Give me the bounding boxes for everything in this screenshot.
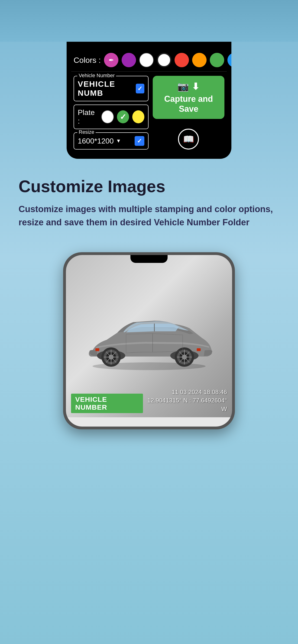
- timestamp-info: 11 03 2024 18:08:46 12.9041315° N : 77.6…: [143, 388, 227, 413]
- section-title: Customize Images: [19, 177, 279, 196]
- eyedropper-swatch[interactable]: ✒: [104, 53, 118, 67]
- plate-green-check: ✓: [120, 112, 126, 122]
- resize-dropdown-arrow[interactable]: ▼: [116, 138, 121, 144]
- section-description: Customize images with multiple stamping …: [19, 202, 279, 229]
- timestamp: 11 03 2024 18:08:46: [143, 388, 227, 396]
- vehicle-number-inner: VEHICLE NUMB: [78, 80, 144, 98]
- left-controls: Vehicle Number VEHICLE NUMB Plate : ✓: [74, 76, 149, 150]
- plate-yellow-dot[interactable]: [132, 110, 144, 123]
- top-phone-mockup: Colors : ✒ Vehicle N: [67, 42, 231, 159]
- resize-label: Resize: [77, 129, 96, 135]
- capture-save-label: Capture and Save: [159, 94, 218, 114]
- purple-swatch[interactable]: [122, 53, 136, 67]
- plate-green-dot[interactable]: ✓: [117, 110, 129, 123]
- plate-label: Plate :: [78, 108, 97, 126]
- phone-notch: [130, 255, 168, 263]
- orange-swatch[interactable]: [192, 53, 207, 67]
- camera-icon: 📷: [177, 81, 189, 92]
- bottom-phone-inner: VEHICLE NUMBER 11 03 2024 18:08:46 12.90…: [66, 255, 232, 426]
- book-icon: 📖: [183, 134, 194, 144]
- top-bleed: [0, 0, 298, 42]
- vehicle-number-value[interactable]: VEHICLE NUMB: [78, 80, 136, 98]
- plate-white-dot[interactable]: [101, 110, 114, 123]
- middle-section: Customize Images Customize images with m…: [0, 159, 298, 243]
- capture-icons: 📷 ⬇: [177, 81, 200, 92]
- right-controls: 📷 ⬇ Capture and Save 📖: [153, 76, 224, 150]
- plate-row: Plate : ✓: [74, 104, 149, 129]
- download-icon: ⬇: [192, 81, 200, 92]
- controls-area: Vehicle Number VEHICLE NUMB Plate : ✓: [71, 72, 227, 152]
- coordinates: 12.9041315° N : 77.6492604° W: [143, 396, 227, 413]
- vehicle-number-checkbox[interactable]: [136, 84, 144, 94]
- car-overlay: VEHICLE NUMBER 11 03 2024 18:08:46 12.90…: [66, 384, 232, 417]
- vehicle-number-badge: VEHICLE NUMBER: [71, 394, 143, 413]
- vehicle-number-field: Vehicle Number VEHICLE NUMB: [74, 76, 149, 101]
- svg-rect-20: [95, 348, 99, 351]
- vehicle-number-label: Vehicle Number: [77, 72, 116, 78]
- bottom-phone-mockup: VEHICLE NUMBER 11 03 2024 18:08:46 12.90…: [63, 252, 235, 429]
- book-button[interactable]: 📖: [178, 129, 199, 150]
- white-swatch[interactable]: [139, 53, 154, 67]
- capture-save-button[interactable]: 📷 ⬇ Capture and Save: [153, 76, 224, 119]
- resize-value[interactable]: 1600*1200: [78, 137, 114, 145]
- top-phone-screen: Colors : ✒ Vehicle N: [67, 42, 231, 159]
- svg-rect-21: [197, 348, 200, 351]
- resize-checkbox[interactable]: [135, 136, 144, 146]
- colors-label: Colors :: [74, 56, 101, 65]
- green-swatch[interactable]: [210, 53, 224, 67]
- resize-inner: 1600*1200 ▼: [78, 136, 144, 146]
- phone-screen-footer: [66, 417, 232, 426]
- resize-value-wrap: 1600*1200 ▼: [78, 137, 121, 145]
- resize-field: Resize 1600*1200 ▼: [74, 132, 149, 150]
- black-outline-swatch[interactable]: [157, 53, 171, 67]
- red-swatch[interactable]: [175, 53, 189, 67]
- blue-swatch[interactable]: [227, 53, 231, 67]
- eyedropper-icon: ✒: [109, 56, 114, 64]
- car-image-container: VEHICLE NUMBER 11 03 2024 18:08:46 12.90…: [66, 255, 232, 417]
- colors-row: Colors : ✒: [71, 49, 227, 72]
